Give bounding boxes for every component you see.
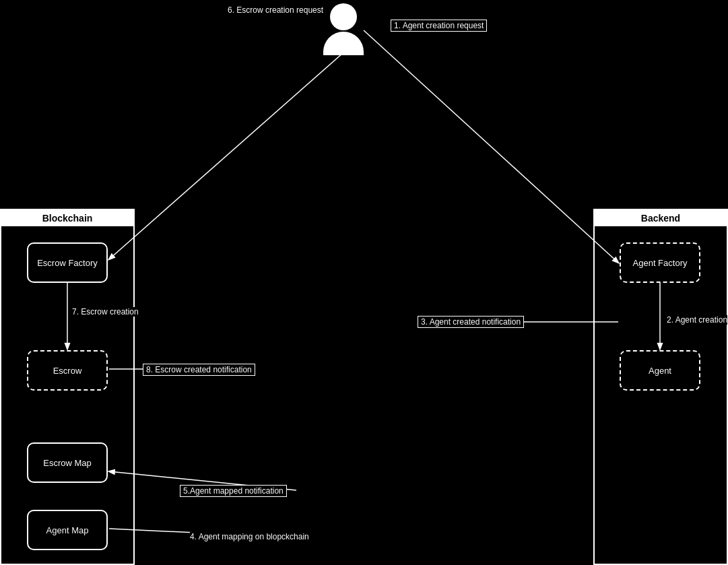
escrow-factory-box: Escrow Factory <box>27 242 108 283</box>
escrow-label: Escrow <box>53 366 82 376</box>
label-escrow-creation: 7. Escrow creation <box>72 307 139 317</box>
agent-box: Agent <box>620 350 700 391</box>
user-actor <box>323 3 364 55</box>
backend-label: Backend <box>595 210 727 226</box>
label-agent-mapping: 4. Agent mapping on blopckchain <box>190 532 309 541</box>
agent-factory-box: Agent Factory <box>620 242 700 283</box>
svg-line-0 <box>364 30 618 263</box>
escrow-box: Escrow <box>27 350 108 391</box>
blockchain-label: Blockchain <box>1 210 133 226</box>
agent-map-box: Agent Map <box>27 510 108 550</box>
escrow-map-label: Escrow Map <box>43 458 92 468</box>
label-agent-creation: 2. Agent creation <box>667 315 727 325</box>
svg-line-1 <box>109 53 343 259</box>
escrow-map-box: Escrow Map <box>27 442 108 483</box>
label-escrow-creation-request: 6. Escrow creation request <box>228 5 323 15</box>
person-head <box>330 3 357 30</box>
person-body <box>323 32 364 55</box>
label-agent-created-notification: 3. Agent created notification <box>418 316 524 328</box>
label-agent-mapped-notification: 5.Agent mapped notification <box>180 485 287 497</box>
agent-label: Agent <box>649 366 671 376</box>
agent-factory-label: Agent Factory <box>633 258 688 268</box>
label-escrow-created-notification: 8. Escrow created notification <box>143 364 255 376</box>
agent-map-label: Agent Map <box>46 525 89 535</box>
label-agent-creation-request: 1. Agent creation request <box>391 20 487 32</box>
escrow-factory-label: Escrow Factory <box>37 258 98 268</box>
